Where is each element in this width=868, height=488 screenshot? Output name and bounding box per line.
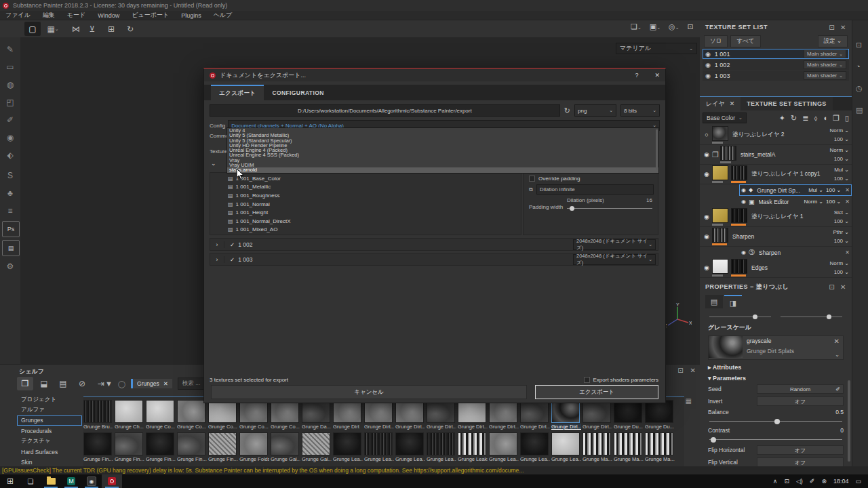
scrollbar[interactable] xyxy=(656,129,658,170)
edit-icon[interactable]: ✐ xyxy=(835,386,840,392)
attributes-section[interactable]: ▸ Attributes xyxy=(700,360,852,371)
effect-blend-select[interactable]: Norm ⌄ xyxy=(804,199,823,205)
size-select[interactable]: 2048x2048 (ドキュメント サイズ)⌄ xyxy=(573,254,656,265)
dock-log-icon[interactable]: ▤ xyxy=(856,106,863,115)
shelf-resource[interactable]: Grunge Folds xyxy=(239,430,271,462)
filter-chip-grunges[interactable]: Grunges ✕ xyxy=(131,379,172,388)
blend-mode-select[interactable]: Norm ⌄ xyxy=(830,147,849,153)
menu-item[interactable]: モード xyxy=(67,11,85,20)
solo-button[interactable]: ソロ xyxy=(704,35,728,47)
visibility-radio-icon[interactable]: ◉ xyxy=(705,73,711,79)
substance-painter-taskbar-button[interactable] xyxy=(102,474,122,488)
menu-item[interactable]: 編集 xyxy=(43,11,55,20)
export-file-item[interactable]: ▤ 1 001_Metallic xyxy=(210,183,521,192)
export-file-item[interactable]: ▤ 1 001_Roughness xyxy=(210,191,521,200)
shelf-resource[interactable]: Grunge Lea... xyxy=(520,430,551,462)
shelf-resource[interactable]: Grunge Ma... xyxy=(614,430,645,462)
file-explorer-button[interactable] xyxy=(41,474,61,488)
settings-dropdown[interactable]: 設定 ⌄ xyxy=(818,35,848,47)
dialog-tab[interactable]: CONFIGURATION xyxy=(264,85,332,100)
marquee-select-icon[interactable]: ▢ xyxy=(24,22,41,36)
menu-item[interactable]: Plugins xyxy=(181,12,201,19)
shader-select[interactable]: Main shader⌄ xyxy=(804,71,846,80)
dilation-select[interactable]: Dilation infinite xyxy=(536,184,654,195)
shelf-add-resource-icon[interactable]: ⬓ xyxy=(36,377,52,390)
remove-resource-icon[interactable]: ✕ xyxy=(834,338,840,345)
all-button[interactable]: すべて xyxy=(730,35,760,47)
shelf-category[interactable]: アルファ xyxy=(17,405,82,415)
opacity-select[interactable]: 100 ⌄ xyxy=(834,238,849,244)
export-file-item[interactable]: ▤ 1 001_Height xyxy=(210,208,521,217)
app-viewer-button[interactable]: ◉ xyxy=(81,474,102,488)
layer-visibility-icon[interactable]: ◉ xyxy=(701,214,712,220)
close-icon[interactable]: ✕ xyxy=(840,24,846,31)
layer-effect-row[interactable]: ◉⬥Grunge Dirt Sp...Mul ⌄100 ⌄✕ xyxy=(739,184,852,196)
shelf-resource[interactable]: Grunge Lea... xyxy=(427,430,458,462)
shelf-resource[interactable]: Grunge Ma... xyxy=(645,430,676,462)
effect-opacity-select[interactable]: 100 ⌄ xyxy=(826,187,841,193)
screenshot-icon[interactable]: ⊡ xyxy=(688,22,694,31)
shelf-resource[interactable]: Grunge Fin... xyxy=(177,430,208,462)
start-button[interactable]: ⊞ xyxy=(0,474,20,488)
config-dropdown-item[interactable]: Unity HD Render Pipeline xyxy=(227,143,658,148)
shelf-resource[interactable]: Grunge Leaks xyxy=(458,430,489,462)
blend-mode-select[interactable]: Slct ⌄ xyxy=(834,209,849,216)
opacity-select[interactable]: 100 ⌄ xyxy=(834,156,849,162)
layer-thumbnail[interactable] xyxy=(712,208,728,223)
balance-slider[interactable] xyxy=(709,418,842,424)
opacity-select[interactable]: 100 ⌄ xyxy=(834,176,849,182)
layer-visibility-icon[interactable]: ◉ xyxy=(701,151,712,158)
layer-effect-row[interactable]: ◉▣Mask EditorNorm ⌄100 ⌄✕ xyxy=(739,196,852,207)
layer-thumbnail[interactable] xyxy=(731,259,747,274)
filter-funnel-icon[interactable]: ▼ xyxy=(105,380,113,388)
shelf-resource[interactable]: Grunge Fin... xyxy=(208,430,239,462)
layer-visibility-icon[interactable]: ○ xyxy=(701,131,712,138)
dock-history-icon[interactable]: ◷ xyxy=(856,84,863,93)
add-smart-material-icon[interactable]: ↻ xyxy=(791,114,797,123)
close-icon[interactable]: ✕ xyxy=(840,283,846,291)
parameters-section[interactable]: ▾ Parameters xyxy=(700,371,852,382)
viewport-material-mode-select[interactable]: マテリアル ⌄ xyxy=(616,43,697,54)
shelf-resource[interactable]: Grunge Lea... xyxy=(489,430,520,462)
network-icon[interactable]: ⊡ xyxy=(784,478,789,485)
dialog-tab[interactable]: エクスポート xyxy=(211,85,264,100)
shelf-hide-icon[interactable]: ⊘ xyxy=(74,377,90,390)
effect-blend-select[interactable]: Mul ⌄ xyxy=(808,187,823,193)
grayscale-resource[interactable]: grayscale Grunge Dirt Splats ✕ ⌄ xyxy=(708,336,844,360)
close-icon[interactable]: ✕ xyxy=(654,72,660,79)
shelf-resource[interactable]: Grunge Lea... xyxy=(364,430,395,462)
override-padding-checkbox[interactable] xyxy=(529,176,535,182)
substance-source-icon[interactable]: S xyxy=(2,168,18,183)
blend-mode-select[interactable]: Pthr ⌄ xyxy=(833,229,849,235)
grid-view-icon[interactable]: ▦ xyxy=(686,397,692,405)
effect-visibility-icon[interactable]: ◉ xyxy=(741,199,746,205)
settings-icon[interactable]: ⚙ xyxy=(2,259,18,274)
shelf-category[interactable]: Grunges xyxy=(17,415,82,426)
shelf-resource[interactable]: Grunge Fin... xyxy=(146,430,177,462)
shelf-category[interactable]: Procedurals xyxy=(17,426,82,436)
chevron-down-icon[interactable]: ⌄ xyxy=(835,352,840,358)
add-folder-icon[interactable]: ❐ xyxy=(833,114,840,123)
bit-depth-select[interactable]: 8 bits⌄ xyxy=(620,104,660,117)
volume-icon[interactable]: ◁) xyxy=(796,478,803,485)
layer-thumbnail[interactable] xyxy=(712,259,728,274)
config-dropdown-item[interactable]: Unreal Engine 4 SSS (Packed) xyxy=(227,152,658,157)
document-resources-icon[interactable]: ▤ xyxy=(2,240,20,256)
layer-thumbnail[interactable] xyxy=(731,208,747,223)
shelf-resource[interactable]: Grunge Ch... xyxy=(115,397,146,430)
display-mode-icon[interactable]: ❏⌄ xyxy=(631,22,642,31)
dock-camera-icon[interactable]: ◔ xyxy=(856,62,861,70)
layer-thumbnail[interactable] xyxy=(712,228,728,243)
geometry-mode-icon[interactable]: ▣⌄ xyxy=(650,22,660,31)
pen-settings-icon[interactable]: ✐ xyxy=(810,478,815,485)
eraser-tool-icon[interactable]: ▭ xyxy=(2,60,18,75)
help-icon[interactable]: ? xyxy=(635,72,638,79)
clock[interactable]: 18:04 xyxy=(833,478,849,485)
blend-mode-select[interactable]: Norm ⌄ xyxy=(830,260,849,266)
materials-list-icon[interactable]: ≡ xyxy=(2,203,18,218)
flip-vertical-toggle[interactable]: オフ xyxy=(757,458,844,467)
refresh-icon[interactable]: ↻ xyxy=(564,106,570,115)
add-effect-icon[interactable]: ✦ xyxy=(779,114,785,123)
expand-chevron-icon[interactable]: ⌄ xyxy=(211,160,216,167)
undock-icon[interactable]: ⊡ xyxy=(829,283,835,291)
